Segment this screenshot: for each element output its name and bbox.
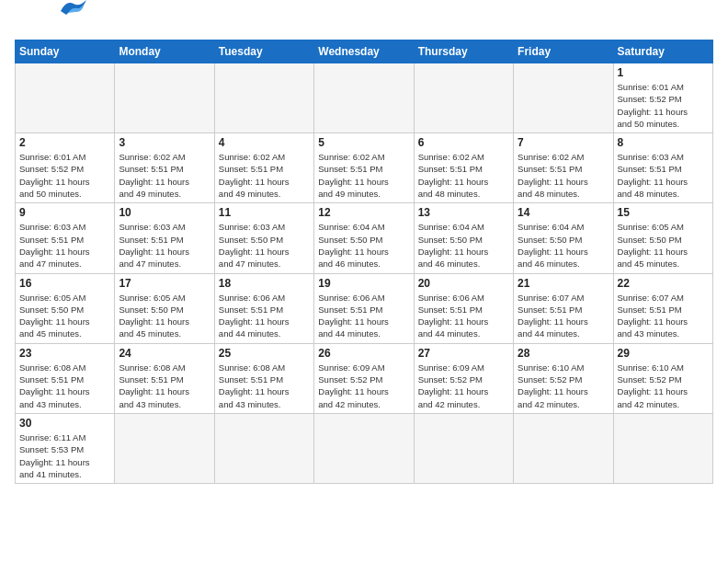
day-number: 3 <box>119 136 210 149</box>
calendar-day-cell: 17Sunrise: 6:05 AM Sunset: 5:50 PM Dayli… <box>115 273 214 343</box>
calendar-day-cell: 12Sunrise: 6:04 AM Sunset: 5:50 PM Dayli… <box>314 203 414 273</box>
day-number: 5 <box>318 136 409 149</box>
day-number: 25 <box>219 347 310 360</box>
day-info: Sunrise: 6:02 AM Sunset: 5:51 PM Dayligh… <box>219 151 310 200</box>
page-header <box>15 15 713 32</box>
day-info: Sunrise: 6:01 AM Sunset: 5:52 PM Dayligh… <box>19 151 110 200</box>
day-info: Sunrise: 6:08 AM Sunset: 5:51 PM Dayligh… <box>19 362 110 410</box>
day-number: 20 <box>418 277 509 290</box>
calendar-day-cell <box>115 413 214 483</box>
day-number: 19 <box>318 277 409 290</box>
calendar-day-cell: 8Sunrise: 6:03 AM Sunset: 5:51 PM Daylig… <box>613 133 712 203</box>
calendar-header-friday: Friday <box>514 40 613 63</box>
day-number: 15 <box>618 206 709 219</box>
day-number: 26 <box>318 347 409 360</box>
day-number: 22 <box>618 277 709 290</box>
calendar-week-row: 23Sunrise: 6:08 AM Sunset: 5:51 PM Dayli… <box>16 343 713 413</box>
day-number: 30 <box>19 417 110 430</box>
day-info: Sunrise: 6:10 AM Sunset: 5:52 PM Dayligh… <box>618 362 709 410</box>
calendar-day-cell: 29Sunrise: 6:10 AM Sunset: 5:52 PM Dayli… <box>613 343 712 413</box>
day-number: 13 <box>418 206 509 219</box>
day-info: Sunrise: 6:11 AM Sunset: 5:53 PM Dayligh… <box>19 431 110 480</box>
calendar-day-cell: 25Sunrise: 6:08 AM Sunset: 5:51 PM Dayli… <box>214 343 313 413</box>
calendar-day-cell: 19Sunrise: 6:06 AM Sunset: 5:51 PM Dayli… <box>314 273 414 343</box>
calendar-day-cell: 9Sunrise: 6:03 AM Sunset: 5:51 PM Daylig… <box>16 203 115 273</box>
day-number: 23 <box>19 347 110 360</box>
calendar-day-cell <box>514 63 613 133</box>
calendar-day-cell <box>115 63 214 133</box>
day-info: Sunrise: 6:10 AM Sunset: 5:52 PM Dayligh… <box>518 362 609 410</box>
day-number: 29 <box>618 347 709 360</box>
calendar-week-row: 16Sunrise: 6:05 AM Sunset: 5:50 PM Dayli… <box>16 273 713 343</box>
day-number: 7 <box>518 136 609 149</box>
calendar-day-cell: 21Sunrise: 6:07 AM Sunset: 5:51 PM Dayli… <box>514 273 613 343</box>
calendar-day-cell: 1Sunrise: 6:01 AM Sunset: 5:52 PM Daylig… <box>613 63 712 133</box>
calendar-day-cell: 4Sunrise: 6:02 AM Sunset: 5:51 PM Daylig… <box>214 133 313 203</box>
day-info: Sunrise: 6:02 AM Sunset: 5:51 PM Dayligh… <box>418 151 509 200</box>
calendar-day-cell: 14Sunrise: 6:04 AM Sunset: 5:50 PM Dayli… <box>514 203 613 273</box>
calendar-header-thursday: Thursday <box>414 40 513 63</box>
day-info: Sunrise: 6:03 AM Sunset: 5:51 PM Dayligh… <box>19 221 110 270</box>
calendar-day-cell: 30Sunrise: 6:11 AM Sunset: 5:53 PM Dayli… <box>16 413 115 483</box>
calendar-day-cell: 16Sunrise: 6:05 AM Sunset: 5:50 PM Dayli… <box>16 273 115 343</box>
day-number: 17 <box>119 277 210 290</box>
day-number: 9 <box>19 206 110 219</box>
day-info: Sunrise: 6:02 AM Sunset: 5:51 PM Dayligh… <box>318 151 409 200</box>
calendar-day-cell <box>314 413 414 483</box>
calendar-day-cell: 22Sunrise: 6:07 AM Sunset: 5:51 PM Dayli… <box>613 273 712 343</box>
day-info: Sunrise: 6:04 AM Sunset: 5:50 PM Dayligh… <box>518 221 609 270</box>
day-number: 10 <box>119 206 210 219</box>
day-number: 18 <box>219 277 310 290</box>
calendar-day-cell <box>214 63 313 133</box>
calendar-day-cell: 15Sunrise: 6:05 AM Sunset: 5:50 PM Dayli… <box>613 203 712 273</box>
day-info: Sunrise: 6:07 AM Sunset: 5:51 PM Dayligh… <box>618 292 709 340</box>
day-number: 21 <box>518 277 609 290</box>
calendar-day-cell <box>214 413 313 483</box>
day-info: Sunrise: 6:08 AM Sunset: 5:51 PM Dayligh… <box>219 362 310 410</box>
day-info: Sunrise: 6:09 AM Sunset: 5:52 PM Dayligh… <box>318 362 409 410</box>
day-info: Sunrise: 6:07 AM Sunset: 5:51 PM Dayligh… <box>518 292 609 340</box>
day-number: 27 <box>418 347 509 360</box>
day-number: 28 <box>518 347 609 360</box>
day-info: Sunrise: 6:03 AM Sunset: 5:51 PM Dayligh… <box>119 221 210 270</box>
calendar-header-saturday: Saturday <box>613 40 712 63</box>
calendar-week-row: 30Sunrise: 6:11 AM Sunset: 5:53 PM Dayli… <box>16 413 713 483</box>
day-info: Sunrise: 6:08 AM Sunset: 5:51 PM Dayligh… <box>119 362 210 410</box>
day-info: Sunrise: 6:06 AM Sunset: 5:51 PM Dayligh… <box>318 292 409 340</box>
calendar-day-cell: 18Sunrise: 6:06 AM Sunset: 5:51 PM Dayli… <box>214 273 313 343</box>
day-info: Sunrise: 6:03 AM Sunset: 5:50 PM Dayligh… <box>219 221 310 270</box>
day-info: Sunrise: 6:05 AM Sunset: 5:50 PM Dayligh… <box>119 292 210 340</box>
calendar-day-cell: 7Sunrise: 6:02 AM Sunset: 5:51 PM Daylig… <box>514 133 613 203</box>
day-info: Sunrise: 6:06 AM Sunset: 5:51 PM Dayligh… <box>219 292 310 340</box>
calendar-day-cell <box>414 63 513 133</box>
calendar-header-tuesday: Tuesday <box>214 40 313 63</box>
calendar-header-sunday: Sunday <box>16 40 115 63</box>
calendar-header-wednesday: Wednesday <box>314 40 414 63</box>
calendar-day-cell: 13Sunrise: 6:04 AM Sunset: 5:50 PM Dayli… <box>414 203 513 273</box>
calendar-day-cell: 10Sunrise: 6:03 AM Sunset: 5:51 PM Dayli… <box>115 203 214 273</box>
day-number: 8 <box>618 136 709 149</box>
logo-bird-icon <box>59 0 88 17</box>
calendar-header-monday: Monday <box>115 40 214 63</box>
day-info: Sunrise: 6:02 AM Sunset: 5:51 PM Dayligh… <box>119 151 210 200</box>
day-number: 14 <box>518 206 609 219</box>
calendar-day-cell: 6Sunrise: 6:02 AM Sunset: 5:51 PM Daylig… <box>414 133 513 203</box>
day-number: 6 <box>418 136 509 149</box>
calendar-week-row: 9Sunrise: 6:03 AM Sunset: 5:51 PM Daylig… <box>16 203 713 273</box>
day-number: 11 <box>219 206 310 219</box>
day-info: Sunrise: 6:09 AM Sunset: 5:52 PM Dayligh… <box>418 362 509 410</box>
day-info: Sunrise: 6:04 AM Sunset: 5:50 PM Dayligh… <box>318 221 409 270</box>
calendar-day-cell: 2Sunrise: 6:01 AM Sunset: 5:52 PM Daylig… <box>16 133 115 203</box>
day-number: 4 <box>219 136 310 149</box>
day-info: Sunrise: 6:04 AM Sunset: 5:50 PM Dayligh… <box>418 221 509 270</box>
calendar-day-cell: 28Sunrise: 6:10 AM Sunset: 5:52 PM Dayli… <box>514 343 613 413</box>
day-info: Sunrise: 6:02 AM Sunset: 5:51 PM Dayligh… <box>518 151 609 200</box>
day-info: Sunrise: 6:01 AM Sunset: 5:52 PM Dayligh… <box>618 81 709 130</box>
logo <box>15 15 88 32</box>
calendar-day-cell <box>414 413 513 483</box>
calendar-day-cell: 20Sunrise: 6:06 AM Sunset: 5:51 PM Dayli… <box>414 273 513 343</box>
day-info: Sunrise: 6:05 AM Sunset: 5:50 PM Dayligh… <box>19 292 110 340</box>
calendar-day-cell: 23Sunrise: 6:08 AM Sunset: 5:51 PM Dayli… <box>16 343 115 413</box>
calendar-header-row: SundayMondayTuesdayWednesdayThursdayFrid… <box>16 40 713 63</box>
calendar-day-cell: 5Sunrise: 6:02 AM Sunset: 5:51 PM Daylig… <box>314 133 414 203</box>
